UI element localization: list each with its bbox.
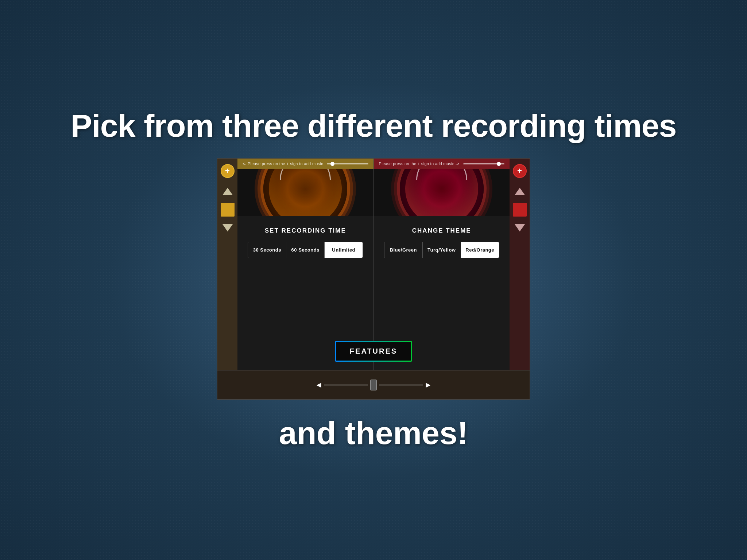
left-header-slider[interactable] bbox=[327, 163, 368, 164]
right-arrow-down[interactable] bbox=[513, 221, 527, 235]
page-title: Pick from three different recording time… bbox=[71, 108, 677, 144]
right-sidebar: + bbox=[510, 159, 530, 370]
theme-toggle-group: Blue/Green Turq/Yellow Red/Orange bbox=[384, 242, 499, 258]
toggle-unlimited[interactable]: Unlimited bbox=[325, 242, 363, 258]
toggle-60-seconds[interactable]: 60 Seconds bbox=[286, 242, 325, 258]
right-arrow-up[interactable] bbox=[513, 184, 527, 198]
scrubber-left-line bbox=[324, 385, 368, 385]
right-panel-header: Please press on the + sign to add music … bbox=[374, 159, 510, 169]
scrubber-handle[interactable] bbox=[370, 380, 377, 390]
recording-time-toggle-group: 30 Seconds 60 Seconds Unlimited bbox=[248, 242, 363, 258]
left-panel-label: SET RECORDING TIME bbox=[265, 227, 346, 234]
page-subtitle: and themes! bbox=[279, 415, 468, 452]
left-slider-thumb bbox=[330, 162, 334, 166]
panels-area: + <- Please press on the + sign to add m… bbox=[217, 159, 530, 370]
scrubber-bar[interactable]: ◄ ► bbox=[217, 370, 530, 399]
left-header-text: <- Please press on the + sign to add mus… bbox=[243, 162, 323, 166]
left-sidebar: + bbox=[217, 159, 237, 370]
toggle-red-orange[interactable]: Red/Orange bbox=[461, 242, 499, 258]
toggle-30-seconds[interactable]: 30 Seconds bbox=[248, 242, 286, 258]
left-arrow-up[interactable] bbox=[221, 184, 235, 198]
right-plus-button[interactable]: + bbox=[513, 164, 527, 178]
left-up-icon bbox=[222, 188, 233, 195]
left-panel-header: <- Please press on the + sign to add mus… bbox=[237, 159, 374, 169]
left-color-swatch bbox=[221, 203, 235, 217]
features-button[interactable]: FEATURES bbox=[337, 342, 410, 360]
left-arrow-down[interactable] bbox=[221, 221, 235, 235]
scrubber-right-arrow[interactable]: ► bbox=[424, 380, 432, 390]
left-vinyl-record bbox=[263, 169, 347, 216]
scrubber-right-line bbox=[379, 385, 423, 385]
left-plus-button[interactable]: + bbox=[221, 164, 235, 178]
right-panel-label: CHANGE THEME bbox=[412, 227, 471, 234]
right-color-swatch bbox=[513, 203, 527, 217]
right-up-icon bbox=[515, 188, 525, 195]
left-vinyl-arc bbox=[280, 169, 331, 180]
right-down-icon bbox=[515, 224, 525, 232]
app-container: + <- Please press on the + sign to add m… bbox=[217, 158, 530, 400]
right-vinyl-arc bbox=[416, 169, 467, 180]
right-panel: Please press on the + sign to add music … bbox=[374, 159, 510, 370]
left-panel: <- Please press on the + sign to add mus… bbox=[237, 159, 374, 370]
right-header-slider[interactable] bbox=[463, 163, 504, 164]
right-slider-thumb bbox=[497, 162, 501, 166]
toggle-blue-green[interactable]: Blue/Green bbox=[384, 242, 423, 258]
left-vinyl-area bbox=[237, 169, 374, 216]
main-panels: <- Please press on the + sign to add mus… bbox=[237, 159, 510, 370]
right-vinyl-area bbox=[374, 169, 510, 216]
scrubber-left-arrow[interactable]: ◄ bbox=[315, 380, 323, 390]
left-down-icon bbox=[222, 224, 233, 232]
right-vinyl-record bbox=[400, 169, 484, 216]
toggle-turq-yellow[interactable]: Turq/Yellow bbox=[423, 242, 461, 258]
right-header-text: Please press on the + sign to add music … bbox=[379, 162, 460, 166]
